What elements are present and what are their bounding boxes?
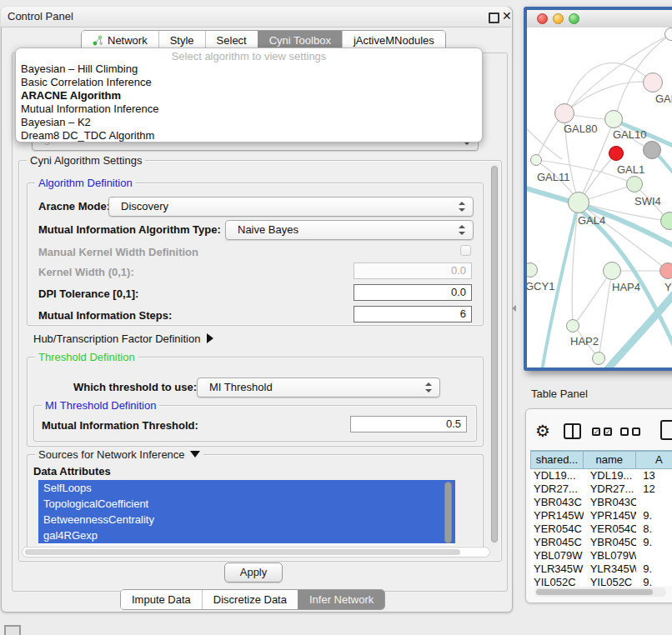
node-label: GCY1 xyxy=(527,280,554,292)
export-table-icon[interactable] xyxy=(660,420,672,440)
minimized-window-icon[interactable] xyxy=(4,625,21,635)
control-panel-titlebar[interactable] xyxy=(1,7,511,28)
network-canvas[interactable]: GALGAL80GAL10GAL11GAL1SWI4GAL4GCY1HAP4YH… xyxy=(527,28,672,368)
mi-threshold-field[interactable]: 0.5 xyxy=(350,416,467,432)
column-header[interactable]: name xyxy=(584,451,636,469)
apply-button[interactable]: Apply xyxy=(224,562,283,582)
node-label: HAP4 xyxy=(612,281,640,293)
mi-type-combobox[interactable]: Naive Bayes xyxy=(225,220,474,240)
algorithm-option[interactable]: Basic Correlation Inference xyxy=(16,76,482,89)
node-label: Y xyxy=(664,281,672,293)
mi-threshold-label: Mutual Information Threshold: xyxy=(42,419,198,432)
node-label: SWI4 xyxy=(634,195,661,208)
table-row[interactable]: YPR145WYPR145W9. xyxy=(530,509,672,522)
tab-discretize-data[interactable]: Discretize Data xyxy=(202,590,298,609)
data-attribute-item[interactable]: BetweennessCentrality xyxy=(38,512,455,528)
tab-label: Impute Data xyxy=(132,591,191,609)
algorithm-option[interactable]: Bayesian – Hill Climbing xyxy=(16,62,482,76)
cyni-bottom-tabs: Impute Data Discretize Data Infer Networ… xyxy=(120,589,385,610)
combobox-value: Discovery xyxy=(121,200,168,212)
close-icon[interactable]: ✕ xyxy=(502,9,512,22)
column-header[interactable]: shared... xyxy=(530,451,584,469)
kernel-width-label: Kernel Width (0,1): xyxy=(38,266,134,278)
data-attributes-label: Data Attributes xyxy=(33,465,111,478)
network-node[interactable] xyxy=(664,28,672,41)
table-row[interactable]: YER054CYER054C8. xyxy=(530,522,672,536)
attributes-scrollbar[interactable] xyxy=(444,482,452,543)
network-node[interactable] xyxy=(626,176,643,192)
node-table: shared...nameA YDL19...YDL19...13YDR27..… xyxy=(530,450,672,586)
network-node[interactable] xyxy=(643,141,661,159)
table-header-row: shared...nameA xyxy=(530,451,672,469)
table-row[interactable]: YDR27...YDR27...12 xyxy=(530,482,672,496)
network-node[interactable] xyxy=(530,154,542,166)
data-attributes-list[interactable]: SelfLoopsTopologicalCoefficientBetweenne… xyxy=(38,480,455,545)
close-traffic-light-icon[interactable] xyxy=(537,13,548,24)
data-attribute-item[interactable]: SelfLoops xyxy=(38,480,455,496)
aracne-mode-combobox[interactable]: Discovery xyxy=(108,197,474,217)
table-panel-title: Table Panel xyxy=(531,388,588,400)
collapsed-arrow-icon xyxy=(207,333,213,343)
mi-threshold-legend: MI Threshold Definition xyxy=(42,399,159,412)
table-horizontal-scrollbar[interactable] xyxy=(534,588,666,597)
dpi-tolerance-label: DPI Tolerance [0,1]: xyxy=(38,288,138,300)
data-attribute-item[interactable]: gal4RGexp xyxy=(38,528,455,543)
expanded-arrow-icon xyxy=(190,451,200,458)
control-panel-title: Control Panel xyxy=(8,10,73,22)
algorithm-option[interactable]: Bayesian – K2 xyxy=(16,116,482,129)
data-attribute-item[interactable]: TopologicalCoefficient xyxy=(38,496,455,512)
table-row[interactable]: YBL079WYBL079W xyxy=(530,549,672,562)
deselect-all-checkbox-icon[interactable] xyxy=(632,428,640,436)
settings-horizontal-scrollbar[interactable] xyxy=(22,547,490,558)
select-all-checkbox-icon[interactable]: ✓ xyxy=(592,428,600,436)
algorithm-option[interactable]: ARACNE Algorithm xyxy=(16,89,482,102)
table-row[interactable]: YIL052CYIL052C9. xyxy=(530,576,672,586)
table-row[interactable]: YLR345WYLR345W9. xyxy=(530,562,672,576)
kernel-width-field[interactable]: 0.0 xyxy=(354,262,472,279)
settings-scrollbar[interactable] xyxy=(490,164,499,546)
table-row[interactable]: YBR045CYBR045C9. xyxy=(530,536,672,549)
tab-impute-data[interactable]: Impute Data xyxy=(121,590,202,609)
which-threshold-combobox[interactable]: MI Threshold xyxy=(197,378,440,398)
network-node[interactable] xyxy=(659,262,672,279)
zoom-traffic-light-icon[interactable] xyxy=(569,13,579,24)
panel-splitter-handle[interactable] xyxy=(512,305,516,312)
mi-steps-label: Mutual Information Steps: xyxy=(38,309,172,322)
node-label: GAL80 xyxy=(564,122,597,135)
deselect-all-checkbox-icon[interactable] xyxy=(620,428,629,436)
aracne-mode-label: Aracne Mode: xyxy=(38,200,110,212)
network-node[interactable] xyxy=(592,352,605,365)
dpi-tolerance-field[interactable]: 0.0 xyxy=(354,284,472,301)
manual-kernel-checkbox[interactable] xyxy=(460,245,471,256)
combobox-value: MI Threshold xyxy=(209,381,273,393)
minimize-traffic-light-icon[interactable] xyxy=(553,13,564,24)
network-node[interactable] xyxy=(604,110,623,128)
network-window-titlebar[interactable] xyxy=(527,10,672,28)
table-row[interactable]: YDL19...YDL19...13 xyxy=(530,469,672,482)
node-label: HAP2 xyxy=(570,335,599,348)
algorithm-dropdown-popup: Select algorithm to view settings Bayesi… xyxy=(15,48,483,142)
network-node[interactable] xyxy=(568,192,589,213)
node-label: GAL11 xyxy=(537,171,570,183)
network-node[interactable] xyxy=(609,146,624,161)
node-label: GAL10 xyxy=(613,128,646,141)
hub-section-toggle[interactable]: Hub/Transcription Factor Definition xyxy=(33,332,213,345)
tab-label: Infer Network xyxy=(309,591,374,609)
network-node[interactable] xyxy=(554,103,574,123)
sources-legend[interactable]: Sources for Network Inference xyxy=(35,448,203,461)
float-window-icon[interactable] xyxy=(489,12,499,23)
table-row[interactable]: YBR043CYBR043C xyxy=(530,496,672,509)
combobox-arrows-icon xyxy=(459,225,465,235)
algorithm-option[interactable]: Mutual Information Inference xyxy=(16,102,482,116)
show-columns-icon[interactable] xyxy=(564,423,581,439)
manual-kernel-label: Manual Kernel Width Definition xyxy=(38,246,198,258)
algorithm-option[interactable]: Dream8 DC_TDC Algorithm xyxy=(16,129,482,142)
column-header[interactable]: A xyxy=(636,451,672,469)
gear-icon[interactable]: ⚙ xyxy=(535,421,550,441)
mi-steps-field[interactable]: 6 xyxy=(354,306,472,322)
select-all-checkbox-icon[interactable]: ✓ xyxy=(604,428,612,436)
network-node[interactable] xyxy=(603,262,621,280)
network-node[interactable] xyxy=(643,72,663,92)
network-node[interactable] xyxy=(566,319,579,332)
tab-infer-network[interactable]: Infer Network xyxy=(298,590,384,609)
